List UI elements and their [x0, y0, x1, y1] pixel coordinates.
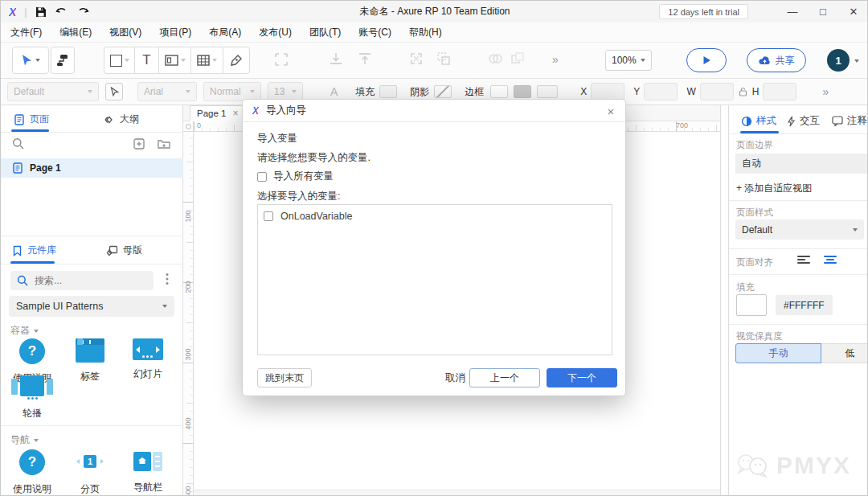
zoom-select[interactable]: 100%	[605, 50, 652, 71]
ruler-label: 0	[197, 121, 201, 129]
widget-tabs[interactable]: 标签	[63, 338, 117, 383]
library-search[interactable]	[10, 271, 154, 290]
library-search-input[interactable]	[35, 275, 131, 286]
menu-help[interactable]: 帮助(H)	[409, 26, 442, 39]
select-tool-button[interactable]	[12, 47, 49, 74]
undo-icon[interactable]	[55, 6, 68, 18]
tab-notes[interactable]: 注释	[832, 114, 867, 128]
widget-navbar[interactable]: 导航栏	[121, 449, 174, 494]
dialog-title: 导入向导	[266, 104, 306, 117]
menu-view[interactable]: 视图(V)	[109, 26, 141, 39]
next-button[interactable]: 下一个	[547, 368, 617, 387]
text-tool-icon: T	[142, 52, 150, 68]
align-center-button[interactable]	[824, 256, 837, 264]
group-icon	[436, 51, 451, 66]
fill-swatch[interactable]	[379, 85, 397, 98]
dialog-close-button[interactable]: ×	[604, 105, 617, 117]
share-button[interactable]: 共享	[747, 48, 806, 72]
canvas-tab-page1[interactable]: Page 1 ×	[190, 105, 245, 121]
variable-checkbox[interactable]	[264, 211, 273, 221]
style-picker-button[interactable]	[105, 83, 123, 100]
ruler-label: 400	[184, 413, 192, 434]
add-page-button[interactable]	[133, 137, 145, 153]
lock-ratio-icon[interactable]	[739, 87, 747, 96]
previous-button[interactable]: 上一个	[469, 368, 540, 387]
close-button[interactable]: ✕	[838, 1, 868, 23]
note-icon	[832, 116, 843, 126]
menu-arrange[interactable]: 布局(A)	[209, 26, 241, 39]
connector-tool-button[interactable]	[51, 47, 75, 74]
canvas-scrollbar-gutter[interactable]	[720, 105, 728, 496]
library-menu-button[interactable]	[163, 273, 171, 285]
account-chevron-icon[interactable]	[854, 59, 859, 63]
widget-carousel[interactable]: 轮播	[6, 375, 59, 420]
border-width-swatch[interactable]	[490, 85, 508, 98]
shadow-swatch[interactable]	[434, 85, 452, 98]
import-all-checkbox[interactable]	[257, 172, 267, 182]
maximize-button[interactable]: □	[808, 1, 838, 23]
placeholder-tool-button[interactable]	[158, 47, 190, 74]
menu-project[interactable]: 项目(P)	[159, 26, 191, 39]
widget-slideshow[interactable]: 幻灯片	[121, 338, 174, 381]
tab-library[interactable]: 元件库	[12, 244, 56, 257]
page-tree-item[interactable]: Page 1	[1, 158, 183, 178]
toolbar-overflow-button[interactable]: »	[552, 53, 558, 66]
menu-file[interactable]: 文件(F)	[10, 26, 42, 39]
formatbar-overflow-button[interactable]: »	[822, 85, 828, 98]
library-select[interactable]: Sample UI Patterns	[9, 296, 174, 317]
fill-color-swatch[interactable]	[736, 294, 767, 316]
menu-team[interactable]: 团队(T)	[309, 26, 341, 39]
y-label: Y	[633, 86, 640, 97]
section-navigation[interactable]: 导航	[10, 433, 39, 447]
widget-usage-note-nav[interactable]: ? 使用说明	[6, 449, 59, 496]
chat-faces-logo-icon	[735, 453, 770, 478]
border-color-swatch[interactable]	[514, 85, 531, 98]
variables-listbox: OnLoadVariable	[257, 204, 612, 355]
bookmark-icon	[12, 245, 23, 256]
page-style-select[interactable]: Default	[735, 219, 864, 240]
section-container[interactable]: 容器	[10, 324, 39, 338]
menu-account[interactable]: 账号(C)	[358, 26, 391, 39]
widget-pagination[interactable]: 1 分页	[63, 449, 117, 496]
tab-interactions[interactable]: 交互	[787, 114, 820, 128]
add-folder-button[interactable]	[157, 137, 171, 153]
tab-outline[interactable]: 大纲	[103, 113, 139, 126]
vertical-ruler: 100 200 300 400 500	[183, 121, 194, 496]
import-all-row[interactable]: 导入所有变量	[257, 170, 334, 183]
menu-edit[interactable]: 编辑(E)	[59, 26, 92, 39]
fidelity-manual-option[interactable]: 手动	[735, 343, 821, 363]
cancel-button[interactable]: 取消	[445, 371, 465, 385]
text-tool-button[interactable]: T	[134, 47, 158, 74]
account-avatar[interactable]: 1	[827, 49, 850, 72]
ruler-label: 500	[184, 482, 192, 496]
variable-row[interactable]: OnLoadVariable	[258, 205, 612, 222]
dialog-header[interactable]: X 导入向导	[243, 100, 625, 122]
canvas-horizontal-scrollbar[interactable]	[194, 490, 720, 496]
menu-publish[interactable]: 发布(U)	[259, 26, 292, 39]
page-bounds-auto-option[interactable]: 自动	[735, 154, 868, 174]
ruler-label: 300	[184, 344, 192, 365]
boolean-unite-icon	[488, 51, 502, 66]
tab-style[interactable]: 样式	[741, 114, 776, 128]
menu-bar: 文件(F) 编辑(E) 视图(V) 项目(P) 布局(A) 发布(U) 团队(T…	[1, 23, 868, 43]
tab-pages[interactable]: 页面	[14, 113, 49, 126]
rectangle-tool-button[interactable]	[104, 47, 134, 74]
tab-pages-label: 页面	[30, 113, 49, 126]
minimize-button[interactable]: —	[777, 1, 808, 23]
question-circle-icon: ?	[19, 449, 45, 475]
add-adaptive-view-button[interactable]: + 添加自适应视图	[736, 182, 812, 195]
align-left-button[interactable]	[797, 256, 810, 264]
pages-search-button[interactable]	[12, 137, 24, 152]
save-button[interactable]	[35, 6, 47, 18]
pen-tool-button[interactable]	[223, 47, 250, 74]
fill-hex-value[interactable]: #FFFFFF	[776, 295, 833, 315]
preview-button[interactable]	[686, 48, 727, 72]
tab-close-icon[interactable]: ×	[232, 108, 238, 119]
ruler-origin-button[interactable]	[183, 121, 194, 132]
fidelity-low-option[interactable]: 低	[821, 343, 868, 363]
redo-icon[interactable]	[76, 6, 89, 18]
chevron-down-icon	[34, 439, 39, 442]
tab-masters[interactable]: 母版	[106, 244, 142, 257]
table-tool-button[interactable]	[190, 47, 223, 74]
jump-to-last-button[interactable]: 跳到末页	[257, 368, 312, 387]
